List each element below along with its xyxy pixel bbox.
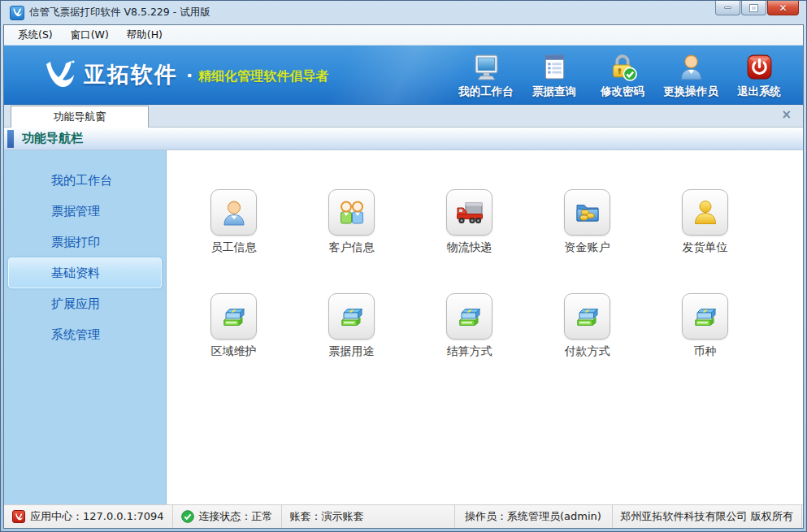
status-app-center: 应用中心：127.0.0.1:7094: [4, 505, 173, 528]
toolbar-switch-operator[interactable]: 更换操作员: [657, 50, 725, 101]
invoice-query-list-icon: [540, 52, 570, 82]
shortcut-settlement-method[interactable]: 结算方式: [410, 293, 528, 359]
brand: 亚拓软件 · 精细化管理软件倡导者: [43, 58, 328, 91]
app-window: 信管飞票据打印软件 V8.5.229 - 试用版 ✕ 系统(S) 窗口(W) 帮…: [0, 0, 807, 532]
status-account-set: 账套：演示账套: [282, 505, 455, 528]
banner: 亚拓软件 · 精细化管理软件倡导者 我的工作台: [4, 45, 803, 105]
minimize-button[interactable]: [715, 1, 740, 15]
status-operator: 操作员：系统管理员(admin): [455, 505, 613, 528]
status-copyright: 郑州亚拓软件科技有限公司 版权所有: [613, 505, 802, 528]
sidebar-item-invoice-printing[interactable]: 票据打印: [8, 227, 162, 257]
nav-header: 功能导航栏: [4, 128, 803, 150]
sidebar-item-system-management[interactable]: 系统管理: [8, 319, 162, 350]
window-title: 信管飞票据打印软件 V8.5.229 - 试用版: [29, 6, 210, 19]
connection-ok-icon: [181, 510, 194, 523]
shortcut-payment-method[interactable]: 付款方式: [528, 293, 646, 359]
tab-function-navigator[interactable]: 功能导航窗: [11, 106, 149, 128]
nav-header-title: 功能导航栏: [22, 131, 83, 146]
workbench-monitor-icon: [471, 52, 501, 82]
app-logo-icon: [10, 6, 24, 20]
shortcut-shipper-units[interactable]: 发货单位: [646, 189, 764, 255]
change-password-lock-icon: [608, 52, 638, 82]
shortcut-customer-info[interactable]: 客户信息: [293, 189, 410, 255]
customers-people-icon: [337, 198, 367, 227]
resize-grip[interactable]: [802, 505, 804, 528]
employee-person-icon: [219, 198, 249, 227]
shortcut-currency[interactable]: 币种: [646, 293, 764, 359]
toolbar-change-password[interactable]: 修改密码: [588, 50, 657, 101]
books-icon: [219, 302, 249, 331]
menu-bar: 系统(S) 窗口(W) 帮助(H): [4, 25, 803, 45]
switch-operator-person-icon: [676, 52, 706, 82]
shipper-gold-person-icon: [691, 198, 720, 227]
menu-window[interactable]: 窗口(W): [62, 26, 118, 45]
shortcut-logistics-express[interactable]: 物流快递: [410, 189, 528, 255]
sidebar-item-my-workbench[interactable]: 我的工作台: [8, 165, 162, 196]
brand-separator: ·: [186, 65, 193, 85]
shortcut-invoice-usage[interactable]: 票据用途: [293, 293, 410, 359]
sidebar-item-extended-apps[interactable]: 扩展应用: [8, 288, 162, 319]
books-icon: [337, 302, 367, 331]
nav-accent-bar: [7, 130, 14, 148]
close-button[interactable]: ✕: [767, 1, 799, 15]
app-center-logo-icon: [12, 510, 25, 523]
maximize-icon: [750, 5, 757, 11]
status-connection: 连接状态：正常: [173, 505, 282, 528]
menu-help[interactable]: 帮助(H): [118, 26, 171, 45]
books-icon: [573, 302, 602, 331]
brand-name: 亚拓软件: [84, 60, 178, 89]
tab-bar: 功能导航窗 ×: [4, 105, 803, 128]
exit-power-icon: [744, 52, 774, 82]
funds-folder-coins-icon: [573, 198, 602, 227]
minimize-icon: [724, 6, 731, 9]
banner-toolbar: 我的工作台 票据查询: [452, 50, 793, 101]
brand-slogan: 精细化管理软件倡导者: [198, 65, 328, 85]
brand-logo-icon: [43, 58, 77, 91]
books-icon: [691, 302, 720, 331]
maximize-button[interactable]: [741, 1, 766, 15]
toolbar-invoice-query[interactable]: 票据查询: [520, 50, 588, 101]
toolbar-my-workbench[interactable]: 我的工作台: [452, 50, 520, 101]
close-icon: ✕: [779, 3, 787, 13]
shortcut-grid: 员工信息 客户: [175, 189, 803, 359]
menu-system[interactable]: 系统(S): [9, 26, 62, 45]
sidebar-item-basic-data[interactable]: 基础资料: [8, 257, 162, 288]
sidebar-item-invoice-management[interactable]: 票据管理: [8, 196, 162, 227]
logistics-truck-icon: [455, 198, 484, 227]
shortcut-employee-info[interactable]: 员工信息: [175, 189, 293, 255]
title-bar[interactable]: 信管飞票据打印软件 V8.5.229 - 试用版 ✕: [3, 1, 804, 24]
toolbar-exit-system[interactable]: 退出系统: [725, 50, 793, 101]
shortcut-region-maintenance[interactable]: 区域维护: [175, 293, 293, 359]
sidebar: 我的工作台 票据管理 票据打印 基础资料 扩展应用 系统管理: [4, 150, 167, 504]
client-area: 系统(S) 窗口(W) 帮助(H) 亚拓软件 · 精细化管理软件倡导者: [3, 24, 804, 529]
status-bar: 应用中心：127.0.0.1:7094 连接状态：正常 账套：演示账套 操作员：…: [4, 504, 803, 528]
main-content: 员工信息 客户: [167, 150, 803, 504]
shortcut-fund-accounts[interactable]: 资金账户: [528, 189, 646, 255]
tab-close-icon[interactable]: ×: [781, 109, 792, 121]
books-icon: [455, 302, 484, 331]
